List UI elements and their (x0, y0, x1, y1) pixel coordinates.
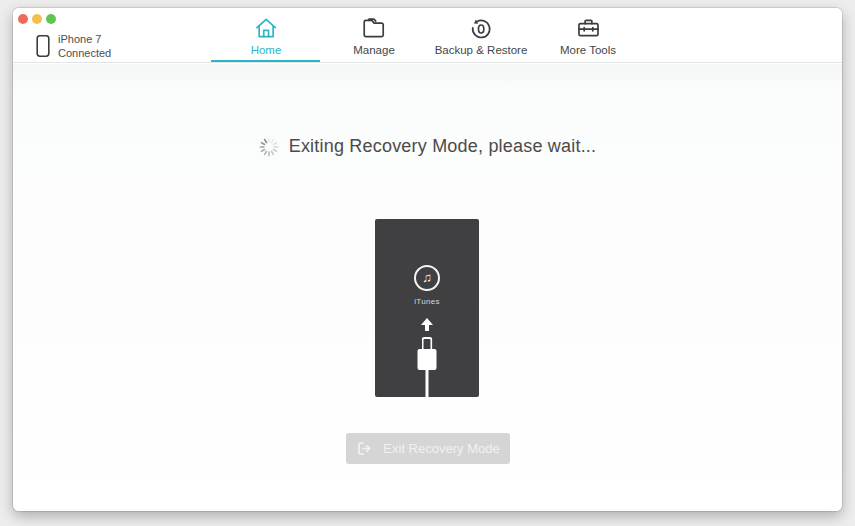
exit-icon (356, 440, 373, 457)
tab-more-tools-label: More Tools (560, 44, 616, 56)
itunes-label: iTunes (375, 297, 479, 306)
iphone-icon (35, 34, 58, 58)
folder-icon (361, 15, 388, 41)
spinner-icon (259, 137, 279, 157)
status-row: Exiting Recovery Mode, please wait... (13, 136, 842, 157)
window-controls (18, 14, 56, 24)
close-window-button[interactable] (18, 14, 28, 24)
itunes-icon: ♫ (414, 265, 440, 291)
header-bar: iPhone 7 Connected Home (13, 8, 842, 63)
app-window: iPhone 7 Connected Home (13, 8, 842, 511)
restore-history-icon (468, 15, 495, 41)
lightning-cable-icon (418, 337, 437, 397)
toolbox-icon (574, 15, 601, 41)
main-content: Exiting Recovery Mode, please wait... ♫ … (13, 64, 842, 511)
home-icon (253, 15, 280, 41)
device-info: iPhone 7 Connected (35, 32, 111, 60)
device-name: iPhone 7 (58, 32, 111, 46)
exit-button-label: Exit Recovery Mode (383, 441, 499, 456)
recovery-mode-screen: ♫ iTunes (375, 219, 479, 397)
tab-home[interactable]: Home (251, 15, 282, 56)
arrow-up-icon (421, 318, 433, 331)
device-status: Connected (58, 46, 111, 60)
tab-home-label: Home (251, 44, 282, 56)
tab-backup-restore-label: Backup & Restore (435, 44, 528, 56)
tab-backup-restore[interactable]: Backup & Restore (435, 15, 528, 56)
minimize-window-button[interactable] (32, 14, 42, 24)
status-message: Exiting Recovery Mode, please wait... (289, 136, 597, 157)
tab-more-tools[interactable]: More Tools (560, 15, 616, 56)
tab-manage[interactable]: Manage (353, 15, 395, 56)
zoom-window-button[interactable] (46, 14, 56, 24)
music-note-glyph: ♫ (422, 271, 432, 284)
active-tab-indicator (211, 60, 320, 62)
exit-recovery-mode-button[interactable]: Exit Recovery Mode (346, 433, 510, 464)
tab-manage-label: Manage (353, 44, 395, 56)
